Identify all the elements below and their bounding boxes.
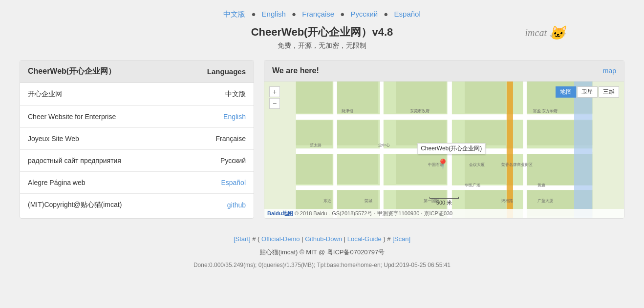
footer-debug: Done:0.000/35.249(ms); 0(queries)/1.375(…	[20, 260, 624, 271]
svg-text:富盈·东方华府: 富盈·东方华府	[533, 108, 558, 113]
header-section: CheerWeb(开心企业网）v4.8 免费，开源，无加密，无限制 imcat …	[20, 25, 624, 50]
svg-rect-7	[465, 82, 506, 113]
map-panel-title: We are here!	[272, 66, 319, 75]
languages-column-header: Languages	[207, 67, 246, 76]
map-link[interactable]: map	[603, 67, 616, 75]
svg-rect-26	[507, 82, 513, 218]
lang-name-french: Joyeux Site Web	[28, 135, 79, 143]
cat-icon: 🐱	[549, 25, 566, 41]
svg-text:会议大厦: 会议大厦	[469, 162, 485, 167]
imcat-logo: imcat 🐱	[525, 25, 566, 41]
right-panel: We are here! map	[264, 60, 624, 219]
lang-english[interactable]: English	[262, 10, 286, 18]
zoom-out-button[interactable]: −	[269, 98, 280, 109]
separator-4: ●	[384, 10, 388, 18]
separator-2: ●	[292, 10, 296, 18]
svg-text:华凯广场: 华凯广场	[465, 183, 480, 187]
map-container[interactable]: 财津银 东莞市政府 富盈·东方华府 茨太路 业中心 中国石油 会议大厦 莞香名牌…	[264, 82, 624, 218]
site-subtitle: 免费，开源，无加密，无限制	[251, 41, 393, 50]
right-panel-header: We are here! map	[264, 61, 624, 82]
map-zoom-controls[interactable]: + −	[269, 86, 280, 109]
svg-rect-10	[337, 152, 378, 184]
footer-github-down[interactable]: Github-Down	[305, 235, 342, 243]
footer-start[interactable]: [Start]	[234, 235, 251, 243]
lang-link-english[interactable]: English	[223, 113, 246, 121]
svg-text:黄旗: 黄旗	[537, 183, 545, 187]
svg-rect-9	[296, 152, 333, 184]
left-panel: CheerWeb(开心企业网） Languages 开心企业网 中文版 Chee…	[20, 60, 254, 219]
lang-label-french: Française	[216, 135, 246, 143]
svg-rect-20	[296, 114, 593, 120]
svg-rect-12	[465, 152, 506, 184]
page-wrapper: 中文版 ● English ● Française ● Русский ● Es…	[0, 0, 644, 285]
svg-text:业中心: 业中心	[378, 143, 390, 147]
svg-rect-1	[296, 82, 333, 113]
svg-text:莞香名牌商业街区: 莞香名牌商业街区	[501, 162, 533, 167]
map-attribution-text: © 2018 Baidu - GS(2018)5572号 · 甲测资字11009…	[295, 210, 453, 216]
map-attribution: Baidu地图 © 2018 Baidu - GS(2018)5572号 · 甲…	[264, 209, 624, 218]
lang-russian[interactable]: Русский	[350, 10, 378, 18]
lang-row-french: Joyeux Site Web Française	[20, 128, 254, 150]
map-pin-label: CheerWeb(开心企业网)	[417, 143, 485, 154]
footer-copyright: 贴心猫(imcat) © MIT @ 粤ICP备07020797号	[20, 246, 624, 258]
imcat-text: imcat	[525, 27, 547, 39]
footer-sep1: # (	[252, 235, 259, 243]
footer-sep2: ) #	[383, 235, 392, 243]
footer-official-demo[interactable]: Official-Demo	[261, 235, 300, 243]
svg-rect-24	[380, 82, 383, 218]
svg-rect-3	[296, 120, 333, 145]
svg-text:东莞市政府: 东莞市政府	[410, 108, 429, 113]
lang-label-chinese: 中文版	[225, 90, 246, 99]
svg-rect-23	[333, 82, 337, 218]
footer-section: [Start] # ( Official-Demo | Github-Down …	[20, 233, 624, 270]
left-panel-header: CheerWeb(开心企业网） Languages	[20, 61, 254, 83]
map-scale: 500 米	[429, 197, 459, 206]
map-pin-icon: 📍	[437, 158, 449, 170]
baidu-logo: Baidu地图	[267, 210, 293, 216]
svg-text:东近: 东近	[323, 198, 331, 203]
copyright-text: (MIT)Copyright@贴心猫(imcat)	[28, 201, 122, 209]
map-type-buttons[interactable]: 地图 卫星 三维	[556, 86, 619, 98]
lang-name-spanish: Alegre Página web	[28, 179, 86, 186]
map-type-satellite[interactable]: 卫星	[577, 86, 598, 98]
lang-row-copyright: (MIT)Copyright@贴心猫(imcat) github	[20, 194, 254, 216]
map-scale-label: 500 米	[436, 199, 452, 206]
lang-name-chinese: 开心企业网	[28, 90, 62, 99]
footer-scan[interactable]: [Scan]	[392, 235, 410, 243]
footer-nav: [Start] # ( Official-Demo | Github-Down …	[20, 233, 624, 245]
svg-rect-22	[296, 185, 593, 190]
footer-local-guide[interactable]: Local-Guide	[347, 235, 382, 243]
lang-row-russian: радостный сайт предприятия Русский	[20, 150, 254, 172]
left-panel-title: CheerWeb(开心企业网）	[28, 66, 116, 77]
map-type-map[interactable]: 地图	[556, 86, 576, 98]
svg-text:广盈大厦: 广盈大厦	[537, 198, 553, 203]
github-link[interactable]: github	[227, 201, 246, 209]
zoom-in-button[interactable]: +	[269, 86, 280, 97]
lang-label-russian: Русский	[220, 157, 246, 164]
svg-rect-4	[337, 120, 378, 145]
separator-3: ●	[340, 10, 344, 18]
svg-rect-28	[574, 82, 592, 218]
footer-pipe2: |	[344, 235, 347, 243]
lang-chinese[interactable]: 中文版	[223, 10, 245, 18]
svg-rect-27	[523, 82, 526, 218]
svg-rect-8	[465, 120, 506, 145]
lang-name-russian: радостный сайт предприятия	[28, 157, 121, 164]
map-type-3d[interactable]: 三维	[599, 86, 619, 98]
lang-name-english: Cheer Website for Enterprise	[28, 113, 116, 121]
header-text: CheerWeb(开心企业网）v4.8 免费，开源，无加密，无限制	[251, 25, 393, 50]
svg-text:莞城: 莞城	[365, 198, 372, 203]
lang-link-spanish[interactable]: Español	[221, 179, 246, 186]
lang-french[interactable]: Française	[302, 10, 334, 18]
lang-spanish[interactable]: Español	[394, 10, 421, 18]
svg-rect-6	[396, 120, 447, 145]
svg-text:鸿福路: 鸿福路	[501, 198, 513, 203]
language-nav: 中文版 ● English ● Française ● Русский ● Es…	[20, 10, 624, 19]
svg-text:茨太路: 茨太路	[310, 143, 322, 147]
lang-row-english: Cheer Website for Enterprise English	[20, 106, 254, 128]
map-scale-bar	[429, 197, 459, 199]
main-content: CheerWeb(开心企业网） Languages 开心企业网 中文版 Chee…	[20, 60, 624, 219]
lang-row-spanish: Alegre Página web Español	[20, 172, 254, 194]
site-title: CheerWeb(开心企业网）v4.8	[251, 25, 393, 40]
lang-row-chinese: 开心企业网 中文版	[20, 83, 254, 106]
